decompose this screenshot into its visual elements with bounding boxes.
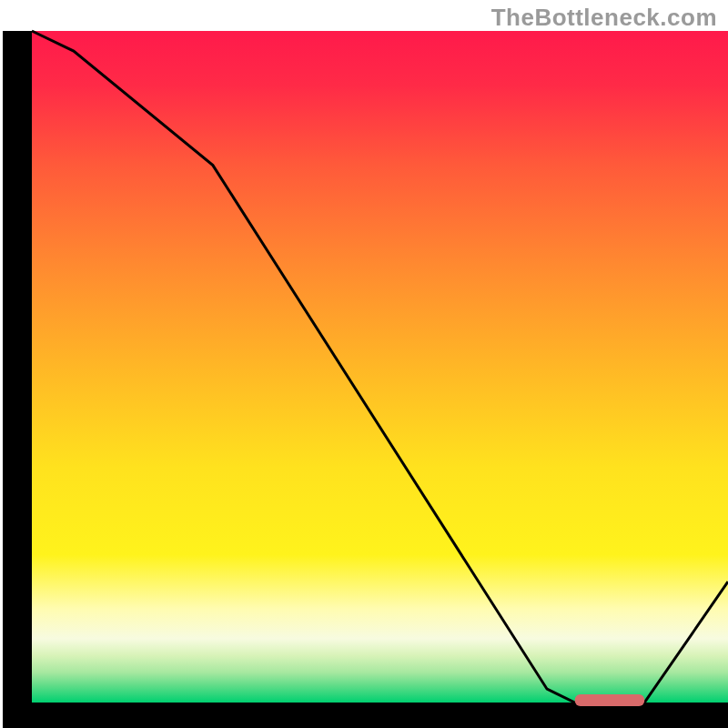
plot-background [32, 31, 728, 703]
svg-rect-0 [3, 31, 32, 728]
chart-container: TheBottleneck.com [0, 0, 728, 728]
bottleneck-chart [0, 0, 728, 728]
optimum-marker [575, 694, 645, 706]
svg-rect-1 [3, 703, 728, 728]
watermark-text: TheBottleneck.com [491, 4, 717, 32]
